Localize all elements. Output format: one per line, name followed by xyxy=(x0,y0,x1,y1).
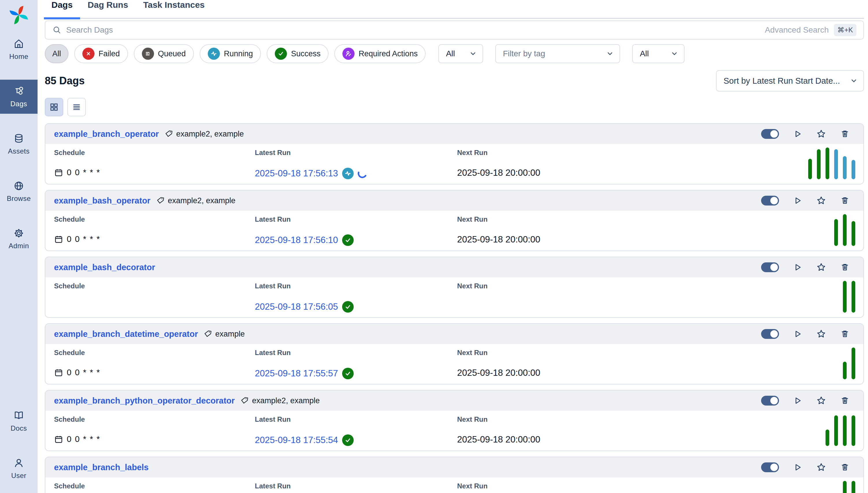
sidebar-item-home[interactable]: Home xyxy=(0,32,38,66)
favorite-button[interactable] xyxy=(816,395,826,406)
delete-button[interactable] xyxy=(840,195,850,206)
trash-icon xyxy=(840,262,850,273)
run-bar[interactable] xyxy=(834,415,838,446)
advanced-search-link[interactable]: Advanced Search xyxy=(765,25,829,35)
run-bar[interactable] xyxy=(843,156,847,179)
run-bar[interactable] xyxy=(826,429,829,446)
trigger-run-button[interactable] xyxy=(792,262,803,273)
sidebar-item-docs[interactable]: Docs xyxy=(0,404,38,438)
run-bar[interactable] xyxy=(826,148,829,179)
pause-toggle[interactable] xyxy=(761,129,779,139)
dag-tags-text: example2, example xyxy=(176,130,244,138)
recent-runs-chart[interactable] xyxy=(808,145,855,179)
run-bar[interactable] xyxy=(843,415,847,446)
dag-actions xyxy=(761,462,855,472)
filter-chip-running[interactable]: Running xyxy=(200,44,261,63)
sidebar-item-browse[interactable]: Browse xyxy=(0,174,38,208)
run-bar[interactable] xyxy=(843,362,847,379)
state-select[interactable]: All xyxy=(438,44,483,63)
run-bar[interactable] xyxy=(843,214,847,246)
dag-card: example_branch_datetime_operator example xyxy=(45,323,864,384)
delete-button[interactable] xyxy=(840,329,850,339)
tab-dag-runs[interactable]: Dag Runs xyxy=(80,0,136,19)
next-run-label: Next Run xyxy=(457,215,677,223)
filter-chip-required-actions[interactable]: Required Actions xyxy=(334,44,426,63)
filter-chip-failed[interactable]: Failed xyxy=(74,44,128,63)
run-bar[interactable] xyxy=(834,149,838,179)
recent-runs-chart[interactable] xyxy=(826,412,855,446)
favorite-button[interactable] xyxy=(816,329,826,339)
trigger-run-button[interactable] xyxy=(792,195,803,206)
run-bar[interactable] xyxy=(834,219,838,246)
run-bar[interactable] xyxy=(851,221,855,246)
dag-name-link[interactable]: example_branch_operator xyxy=(54,129,159,139)
run-bar[interactable] xyxy=(851,160,855,179)
latest-run-link[interactable]: 2025-09-18 17:56:13 xyxy=(255,168,338,179)
trigger-run-button[interactable] xyxy=(792,129,803,139)
card-view-button[interactable] xyxy=(45,98,63,116)
dag-name-link[interactable]: example_bash_operator xyxy=(54,196,150,206)
dag-actions xyxy=(761,329,855,339)
tag-filter-select[interactable]: Filter by tag xyxy=(495,44,620,63)
recent-runs-chart[interactable] xyxy=(843,279,855,313)
paused-select[interactable]: All xyxy=(632,44,685,63)
sidebar-item-label: Browse xyxy=(7,195,31,202)
favorite-button[interactable] xyxy=(816,129,826,139)
list-view-button[interactable] xyxy=(67,98,86,116)
recent-runs-chart[interactable] xyxy=(834,212,855,246)
pause-toggle[interactable] xyxy=(761,396,779,406)
favorite-button[interactable] xyxy=(816,262,826,273)
latest-run-link[interactable]: 2025-09-18 17:56:10 xyxy=(255,235,338,245)
trigger-run-button[interactable] xyxy=(792,329,803,339)
pause-toggle[interactable] xyxy=(761,262,779,272)
sidebar-item-assets[interactable]: Assets xyxy=(0,127,38,161)
dag-name-link[interactable]: example_bash_decorator xyxy=(54,263,155,272)
filter-chip-success[interactable]: Success xyxy=(267,44,328,63)
content: Advanced Search ⌘+K All Failed Queued Ru… xyxy=(38,19,868,493)
latest-run-label: Latest Run xyxy=(255,149,457,157)
delete-button[interactable] xyxy=(840,262,850,273)
pause-toggle[interactable] xyxy=(761,463,779,472)
filter-chip-all[interactable]: All xyxy=(45,44,68,63)
run-bar[interactable] xyxy=(851,481,855,493)
run-bar[interactable] xyxy=(843,481,847,493)
favorite-button[interactable] xyxy=(816,462,826,472)
dag-card-header: example_branch_datetime_operator example xyxy=(45,324,863,344)
trigger-run-button[interactable] xyxy=(792,462,803,472)
latest-run-link[interactable]: 2025-09-18 17:55:54 xyxy=(255,435,338,445)
run-bar[interactable] xyxy=(851,347,855,379)
airflow-logo xyxy=(9,5,28,25)
play-icon xyxy=(792,129,803,139)
sort-select[interactable]: Sort by Latest Run Start Date... xyxy=(716,70,864,91)
favorite-button[interactable] xyxy=(816,195,826,206)
recent-runs-chart[interactable] xyxy=(843,478,855,493)
pause-toggle[interactable] xyxy=(761,329,779,339)
latest-run-link[interactable]: 2025-09-18 17:56:05 xyxy=(255,302,338,312)
delete-button[interactable] xyxy=(840,395,850,406)
latest-run-link[interactable]: 2025-09-18 17:55:57 xyxy=(255,368,338,379)
shortcut-badge: ⌘+K xyxy=(834,24,856,36)
dag-name-link[interactable]: example_branch_labels xyxy=(54,463,148,472)
tab-dags[interactable]: Dags xyxy=(44,0,80,19)
dag-name-link[interactable]: example_branch_datetime_operator xyxy=(54,329,198,339)
run-status-badge xyxy=(342,234,354,246)
sidebar-item-user[interactable]: User xyxy=(0,451,38,486)
run-bar[interactable] xyxy=(851,415,855,446)
trigger-run-button[interactable] xyxy=(792,395,803,406)
run-bar[interactable] xyxy=(851,281,855,313)
run-bar[interactable] xyxy=(843,281,847,313)
check-icon xyxy=(344,436,352,444)
sidebar-item-dags[interactable]: Dags xyxy=(0,80,38,114)
next-run-value: 2025-09-18 20:00:00 xyxy=(457,434,677,445)
run-bar[interactable] xyxy=(817,149,821,179)
tab-task-instances[interactable]: Task Instances xyxy=(136,0,212,19)
pause-toggle[interactable] xyxy=(761,196,779,206)
delete-button[interactable] xyxy=(840,129,850,139)
recent-runs-chart[interactable] xyxy=(843,345,855,379)
filter-chip-queued[interactable]: Queued xyxy=(134,44,194,63)
search-input[interactable] xyxy=(66,25,765,35)
run-bar[interactable] xyxy=(808,159,812,179)
dag-name-link[interactable]: example_branch_python_operator_decorator xyxy=(54,396,235,406)
sidebar-item-admin[interactable]: Admin xyxy=(0,222,38,256)
delete-button[interactable] xyxy=(840,462,850,472)
